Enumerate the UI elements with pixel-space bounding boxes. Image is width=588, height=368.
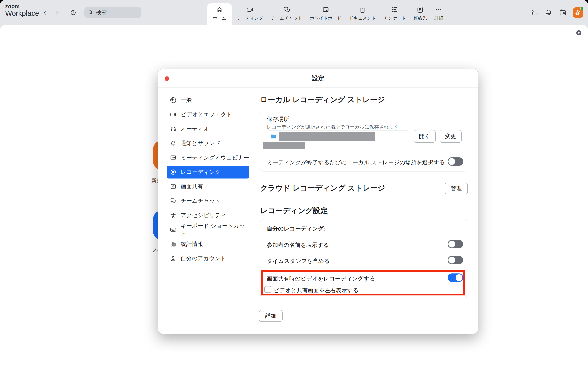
video-camera-icon [246, 6, 254, 13]
record-video-during-share-toggle[interactable] [448, 274, 463, 282]
manage-button[interactable]: 管理 [445, 183, 468, 194]
stats-bars-icon [170, 241, 177, 248]
show-participant-names-toggle[interactable] [448, 240, 463, 248]
tab-team-chat[interactable]: チームチャット [268, 3, 305, 25]
tab-meetings[interactable]: ミーティング [233, 3, 266, 25]
folder-icon [270, 133, 277, 140]
record-icon [170, 169, 177, 175]
local-recording-card: 保存場所 レコーディングが選択された場所でローカルに保存されます。 開く 変更 … [260, 111, 467, 172]
toolbar: zoom Workplace 検索 ホーム [0, 0, 588, 25]
devices-button[interactable] [531, 9, 539, 17]
whiteboard-icon [322, 6, 329, 13]
tab-label: 連絡先 [414, 15, 427, 21]
tab-label: チームチャット [271, 15, 302, 21]
tab-home[interactable]: ホーム [207, 3, 232, 25]
back-button[interactable] [41, 0, 49, 25]
schedule-label-partial: スケ [152, 247, 158, 254]
avatar[interactable]: 参 [573, 7, 583, 18]
open-button[interactable]: 開く [414, 130, 436, 143]
include-timestamp-toggle[interactable] [448, 256, 463, 264]
sidebar-item-label: 統計情報 [181, 240, 203, 248]
tab-whiteboard[interactable]: ホワイトボード [307, 3, 344, 25]
tab-docs[interactable]: ドキュメント [346, 3, 379, 25]
sidebar-item-label: 自分のアカウント [181, 255, 226, 262]
home-icon [216, 6, 223, 13]
choose-location-toggle[interactable] [448, 157, 463, 166]
sidebar-item-audio[interactable]: オーディオ [167, 122, 249, 135]
zoom-workplace-logo: zoom Workplace [5, 4, 39, 17]
gear-icon [170, 97, 177, 103]
sidebar-item-accessibility[interactable]: アクセシビリティ [167, 209, 249, 222]
settings-sidebar: 一般 ビデオとエフェクト オーディオ 通知とサウンド ミーティングとウェビナー … [158, 88, 252, 334]
sidebar-item-label: 通知とサウンド [181, 139, 220, 147]
tab-label: アンケート [384, 15, 406, 21]
share-screen-icon [170, 183, 177, 190]
save-location-path-field[interactable] [267, 130, 409, 142]
local-recording-heading: ローカル レコーディング ストレージ [260, 95, 385, 105]
sidebar-item-label: オーディオ [181, 125, 209, 133]
calendar-icon [559, 9, 567, 17]
app-window: zoom Workplace 検索 ホーム [0, 0, 588, 368]
sidebar-item-recording[interactable]: レコーディング [167, 166, 249, 178]
bell-icon [170, 140, 177, 147]
logo-line-zoom: zoom [5, 4, 39, 9]
sidebar-item-keyboard-shortcuts[interactable]: キーボード ショートカット [167, 223, 249, 236]
tab-label: 詳細 [434, 15, 443, 21]
chevron-left-icon [42, 9, 48, 16]
contacts-icon [416, 6, 424, 13]
person-icon [170, 255, 177, 262]
recording-settings-card: 自分のレコーディング: 参加者の名前を表示する タイムスタンプを含める 画面共有… [260, 219, 467, 298]
sidebar-item-screen-share[interactable]: 画面共有 [167, 180, 249, 193]
sidebar-item-label: キーボード ショートカット [181, 222, 249, 237]
tab-contacts[interactable]: 連絡先 [411, 3, 430, 25]
toolbar-right-cluster: 参 [531, 0, 583, 25]
sidebar-item-general[interactable]: 一般 [167, 94, 249, 107]
settings-content: ローカル レコーディング ストレージ 保存場所 レコーディングが選択された場所で… [260, 88, 474, 334]
sidebar-item-label: 一般 [181, 96, 192, 104]
redacted-path-text [279, 132, 375, 141]
settings-dialog: 設定 一般 ビデオとエフェクト オーディオ 通知とサウンド ミーティング [158, 69, 478, 334]
history-button[interactable] [70, 0, 77, 25]
chat-bubbles-icon [283, 6, 290, 13]
sidebar-item-statistics[interactable]: 統計情報 [167, 238, 249, 250]
survey-icon [391, 6, 398, 13]
side-by-side-label: ビデオと共有画面を左右表示する [274, 287, 359, 294]
keyboard-icon [170, 226, 177, 233]
change-button[interactable]: 変更 [440, 130, 462, 143]
recording-settings-heading: レコーディング設定 [260, 206, 328, 216]
forward-button[interactable] [53, 0, 61, 25]
side-by-side-checkbox[interactable] [264, 286, 271, 293]
tab-more[interactable]: 詳細 [431, 3, 446, 25]
sidebar-item-label: ミーティングとウェビナー [181, 154, 249, 162]
video-camera-icon [170, 111, 177, 118]
sidebar-item-my-account[interactable]: 自分のアカウント [167, 252, 249, 265]
record-video-during-share-label: 画面共有時のビデオをレコーディングする [267, 275, 375, 282]
search-icon [88, 9, 93, 15]
sidebar-item-team-chat[interactable]: チームチャット [167, 194, 249, 207]
chat-bubbles-icon [170, 197, 177, 204]
main-tab-bar: ホーム ミーティング チームチャット ホワイトボード ドキュメント アンケート [207, 3, 446, 25]
tab-surveys[interactable]: アンケート [381, 3, 409, 25]
my-recordings-label: 自分のレコーディング: [267, 225, 326, 232]
calendar-button[interactable] [559, 9, 567, 17]
search-placeholder: 検索 [96, 9, 107, 16]
include-timestamp-label: タイムスタンプを含める [267, 257, 330, 265]
sidebar-item-label: レコーディング [181, 168, 221, 176]
home-settings-gear-icon[interactable] [576, 30, 582, 36]
accessibility-person-icon [170, 212, 177, 219]
sidebar-item-video-effects[interactable]: ビデオとエフェクト [167, 108, 249, 121]
sidebar-item-meetings-webinars[interactable]: ミーティングとウェビナー [167, 151, 249, 164]
advanced-button[interactable]: 詳細 [259, 310, 283, 322]
dialog-titlebar: 設定 [158, 69, 478, 88]
tab-label: ホーム [213, 15, 226, 21]
notifications-button[interactable] [545, 9, 553, 17]
tab-label: ドキュメント [349, 15, 376, 21]
sidebar-item-notifications[interactable]: 通知とサウンド [167, 137, 249, 150]
save-location-description: レコーディングが選択された場所でローカルに保存されます。 [267, 124, 403, 130]
more-dots-icon [435, 6, 442, 13]
dialog-title: 設定 [158, 69, 478, 88]
show-participant-names-label: 参加者の名前を表示する [267, 241, 329, 249]
tab-label: ミーティング [236, 15, 263, 21]
search-input[interactable]: 検索 [84, 7, 141, 18]
headphones-icon [170, 126, 177, 132]
